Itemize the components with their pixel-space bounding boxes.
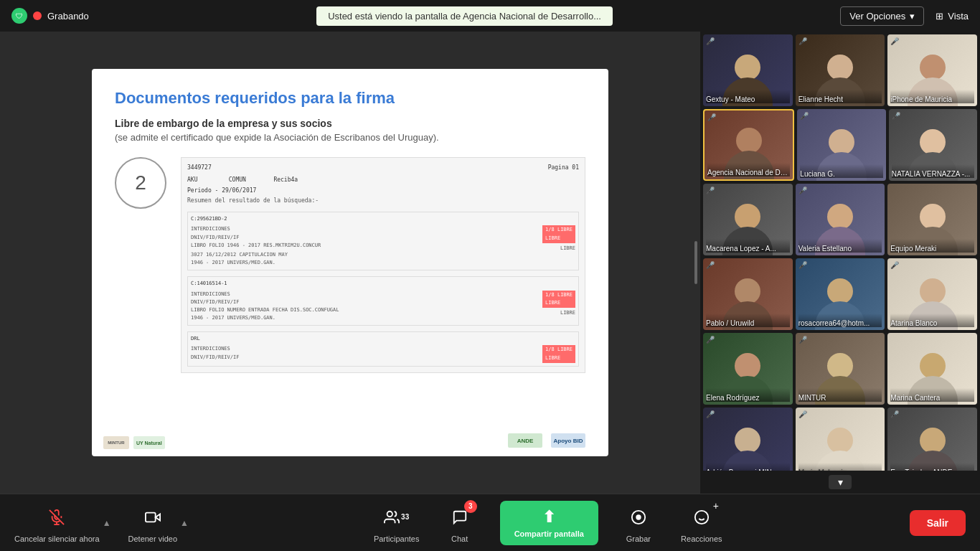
camera-label: Detener video xyxy=(128,534,178,543)
chevron-down-icon: ▾ xyxy=(910,11,915,22)
participant-tile: 🎤 Adrián Bruzzoni MIN... xyxy=(703,408,793,471)
svg-point-8 xyxy=(695,510,708,523)
share-screen-button[interactable]: ⬆ Compartir pantalla xyxy=(500,501,598,545)
grid-row: 🎤 Agencia Nacional de De... 🎤 Luciana G. xyxy=(703,109,977,181)
leave-button-wrapper: Salir xyxy=(910,510,966,536)
vista-button[interactable]: ⊞ Vista xyxy=(936,11,969,22)
recording-dot xyxy=(33,11,42,20)
mic-arrow-icon[interactable]: ▲ xyxy=(103,518,111,528)
mic-muted-icon: 🎤 xyxy=(890,410,899,418)
participant-tile: 🎤 Macarena Lopez - A... xyxy=(703,184,793,255)
participant-name: Elianne Hecht xyxy=(798,90,882,103)
grid-row: 🎤 Elena Rodríguez 🎤 MINTUR xyxy=(703,333,977,405)
mic-icon xyxy=(42,503,71,532)
participant-name: Mario Malvasio xyxy=(798,463,882,471)
participant-name: Equipo Meraki xyxy=(890,239,974,253)
security-shield-icon: 🛡 xyxy=(11,8,27,24)
mic-muted-icon: 🎤 xyxy=(706,410,715,418)
participants-count: 33 xyxy=(401,513,409,521)
mic-muted-icon: 🎤 xyxy=(890,261,899,269)
mic-muted-icon: 🎤 xyxy=(706,336,715,344)
participant-name: Elena Rodríguez xyxy=(706,388,790,402)
participant-tile: 🎤 rosacorrea64@hotm... xyxy=(796,258,885,330)
reactions-label: Reacciones xyxy=(681,534,722,543)
toolbar-left-group: Cancelar silenciar ahora ▲ Detener video… xyxy=(14,503,189,543)
mic-label: Cancelar silenciar ahora xyxy=(14,534,100,543)
chat-label: Chat xyxy=(451,534,468,543)
top-bar-right: Ver Opciones ▾ ⊞ Vista xyxy=(840,6,969,26)
record-label: Grabar xyxy=(626,534,651,543)
ande-logo: ANDE xyxy=(508,433,542,448)
participants-label: Participantes xyxy=(374,534,420,543)
participant-tile: Equipo Meraki xyxy=(887,184,977,255)
ver-opciones-button[interactable]: Ver Opciones ▾ xyxy=(840,6,924,26)
scroll-handle[interactable] xyxy=(694,241,697,284)
participant-tile: 🎤 Elianne Hecht xyxy=(796,34,885,106)
participants-button[interactable]: 33 Participantes xyxy=(374,503,420,543)
mic-muted-icon: 🎤 xyxy=(798,37,807,45)
participant-name: Luciana G. xyxy=(800,164,882,178)
participant-tile: Marina Cantera xyxy=(887,333,977,405)
reactions-button[interactable]: + Reacciones xyxy=(679,503,725,543)
participant-name: Valeria Estellano xyxy=(798,239,882,253)
participant-tile: 🎤 Pablo / Uruwild xyxy=(703,258,793,330)
camera-icon xyxy=(138,503,167,532)
mic-button[interactable]: Cancelar silenciar ahora xyxy=(14,503,100,543)
bottom-toolbar: Cancelar silenciar ahora ▲ Detener video… xyxy=(0,494,980,551)
chat-badge: 3 xyxy=(464,500,477,513)
slide-number-circle: 2 xyxy=(115,157,166,209)
toolbar-center-group: 33 Participantes 3 Chat ⬆ Compartir pant… xyxy=(374,501,725,545)
record-button[interactable]: Grabar xyxy=(616,503,661,543)
mic-muted-icon: 🎤 xyxy=(800,112,809,120)
main-content: Documentos requeridos para la firma Libr… xyxy=(0,32,980,494)
grid-row: 🎤 Macarena Lopez - A... 🎤 Valeria Estell… xyxy=(703,184,977,255)
share-screen-icon: ⬆ xyxy=(542,508,555,527)
participant-tile: 🎤 NATALIA VERNAZZA -... xyxy=(889,109,977,181)
mic-muted-icon: 🎤 xyxy=(892,112,900,120)
scroll-down-area[interactable]: ▾ xyxy=(700,471,980,494)
chat-icon: 3 xyxy=(446,503,474,532)
mic-muted-icon: 🎤 xyxy=(706,261,715,269)
svg-marker-3 xyxy=(155,514,159,520)
participants-scroll[interactable]: 🎤 Gextuy - Mateo 🎤 Elianne Hecht xyxy=(700,32,980,471)
participant-tile: 🎤 Mario Malvasio xyxy=(796,408,885,471)
participant-name: Macarena Lopez - A... xyxy=(706,239,790,253)
participant-tile: 🎤 Valeria Estellano xyxy=(796,184,885,255)
slide-doc-header: 3449727 Pagina 01 AKU COMUN Recib4a Peri… xyxy=(181,157,585,373)
svg-rect-4 xyxy=(146,512,156,522)
mic-muted-icon: 🎤 xyxy=(706,37,715,45)
participant-name: Eva Tejedor- ANDE ... xyxy=(890,463,974,471)
slide-footer: ANDE Apoyo BID xyxy=(92,433,608,448)
mic-muted-icon: 🎤 xyxy=(706,187,715,194)
reactions-icon: + xyxy=(687,503,716,532)
participants-icon: 33 xyxy=(382,503,411,532)
person-avatar xyxy=(796,408,885,471)
presentation-area: Documentos requeridos para la firma Libr… xyxy=(0,32,700,494)
chevron-down-icon: ▾ xyxy=(838,476,843,488)
scroll-down-button[interactable]: ▾ xyxy=(829,475,852,489)
participant-tile: 🎤 MINTUR xyxy=(796,333,885,405)
camera-arrow-icon[interactable]: ▲ xyxy=(180,518,189,528)
bid-logo: Apoyo BID xyxy=(551,433,585,448)
participant-tile: 🎤 Atarina Blanco xyxy=(887,258,977,330)
camera-button[interactable]: Detener video xyxy=(128,503,178,543)
slide-desc: (se admite el certificado que expide la … xyxy=(115,132,585,143)
participant-name: MINTUR xyxy=(798,388,882,402)
participant-tile: 🎤 Eva Tejedor- ANDE ... xyxy=(887,408,977,471)
leave-button[interactable]: Salir xyxy=(910,510,966,536)
participant-name: Pablo / Uruwild xyxy=(706,314,790,327)
top-bar: 🛡 Grabando Usted está viendo la pantalla… xyxy=(0,0,980,32)
chat-button[interactable]: 3 Chat xyxy=(437,503,483,543)
participant-name: Atarina Blanco xyxy=(890,314,974,327)
participant-tile: 🎤 Luciana G. xyxy=(797,109,885,181)
top-bar-left: 🛡 Grabando xyxy=(11,8,89,24)
svg-point-5 xyxy=(387,511,392,516)
participant-name: Gextuy - Mateo xyxy=(706,90,790,103)
slide-container: Documentos requeridos para la firma Libr… xyxy=(92,69,608,456)
banner-text: Usted está viendo la pantalla de Agencia… xyxy=(316,6,613,26)
recording-label: Grabando xyxy=(47,11,89,22)
mic-muted-icon: 🎤 xyxy=(890,37,899,45)
participant-name: Adrián Bruzzoni MIN... xyxy=(706,463,790,471)
participants-grid: 🎤 Gextuy - Mateo 🎤 Elianne Hecht xyxy=(700,32,980,494)
mic-muted-icon: 🎤 xyxy=(798,410,807,418)
